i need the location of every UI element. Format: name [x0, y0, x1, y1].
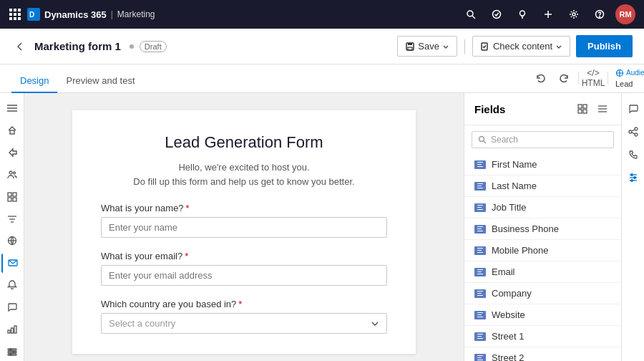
subtitle-line2: Do fill up this form and help us get to …	[101, 175, 387, 189]
svg-rect-47	[8, 349, 16, 350]
fields-panel: Fields First Name	[464, 93, 621, 361]
search-nav-icon[interactable]	[461, 4, 481, 24]
settings-icon[interactable]	[564, 4, 584, 24]
notification-sidebar-icon[interactable]	[1, 276, 23, 295]
field-list: First Name Last Name Job Title	[464, 154, 621, 361]
svg-rect-53	[578, 105, 582, 108]
svg-text:D: D	[29, 11, 34, 19]
canvas-title: Lead Generation Form	[101, 133, 387, 152]
chat-sidebar-icon[interactable]	[1, 297, 23, 317]
svg-point-51	[12, 351, 14, 352]
search-input[interactable]	[491, 135, 608, 145]
field-item[interactable]: Street 2	[464, 347, 621, 361]
config-sidebar-icon[interactable]	[1, 342, 23, 361]
form-title: Marketing form 1	[34, 40, 121, 52]
field-item[interactable]: Business Phone	[464, 218, 621, 240]
people-sidebar-icon[interactable]	[1, 165, 23, 184]
undo-button[interactable]	[531, 68, 551, 88]
field-item[interactable]: Website	[464, 304, 621, 326]
canvas-subtitle: Hello, we're excited to host you. Do fil…	[101, 160, 387, 188]
tabs-bar: Design Preview and test </> HTML Audienc…	[0, 64, 644, 93]
field-label: Job Title	[492, 202, 526, 213]
field-item[interactable]: Last Name	[464, 175, 621, 197]
field-label: Mobile Phone	[492, 245, 549, 256]
svg-rect-45	[11, 328, 13, 333]
field-label: Last Name	[492, 180, 537, 191]
filter-sidebar-icon[interactable]	[1, 209, 23, 228]
back-button[interactable]	[11, 38, 29, 55]
svg-point-13	[493, 11, 501, 19]
audience-button[interactable]: Audience Lead	[613, 69, 633, 88]
properties-icon[interactable]	[623, 168, 643, 188]
segment-sidebar-icon[interactable]	[1, 187, 23, 206]
field-item[interactable]: Job Title	[464, 197, 621, 218]
arrow-sidebar-icon[interactable]	[1, 143, 23, 163]
field-label: Email	[492, 266, 515, 277]
svg-rect-6	[9, 17, 12, 20]
home-sidebar-icon[interactable]	[1, 121, 23, 140]
far-right-panel	[621, 93, 644, 361]
field-label: Street 1	[492, 331, 525, 342]
svg-rect-0	[9, 9, 12, 11]
save-button[interactable]: Save	[397, 36, 457, 57]
redo-button[interactable]	[554, 68, 574, 88]
lead-label: Lead	[615, 80, 633, 88]
svg-rect-54	[583, 105, 587, 108]
field-item[interactable]: Street 1	[464, 326, 621, 347]
svg-rect-46	[14, 326, 16, 333]
help-icon[interactable]	[590, 4, 610, 24]
email-field-label: What is your email?*	[101, 251, 387, 261]
analytics-sidebar-icon[interactable]	[1, 319, 23, 339]
email-input[interactable]	[101, 265, 387, 286]
app-logo: D Dynamics 365 | Marketing	[27, 8, 155, 21]
tab-preview[interactable]: Preview and test	[57, 69, 143, 93]
email-sidebar-icon[interactable]	[1, 254, 23, 273]
hamburger-icon[interactable]	[1, 99, 23, 118]
svg-rect-30	[10, 130, 14, 134]
country-select[interactable]: Select a country	[101, 313, 387, 334]
svg-rect-37	[13, 198, 16, 201]
field-item[interactable]: First Name	[464, 154, 621, 175]
country-field-label: Which country are you based in?*	[101, 299, 387, 309]
add-icon[interactable]	[538, 4, 558, 24]
tasks-icon[interactable]	[487, 4, 507, 24]
svg-point-21	[600, 16, 600, 17]
save-label: Save	[418, 41, 439, 52]
field-item[interactable]: Email	[464, 261, 621, 283]
globe-sidebar-icon[interactable]	[1, 231, 23, 251]
toolbar-icons: </> HTML Audience Lead	[531, 68, 633, 92]
name-field-label: What is your name?*	[101, 203, 387, 213]
comment-icon[interactable]	[623, 99, 643, 119]
status-dot	[130, 44, 134, 49]
panel-list-btn[interactable]	[594, 100, 611, 117]
idea-icon[interactable]	[512, 4, 532, 24]
html-button[interactable]: </> HTML	[583, 68, 603, 88]
panel-grid-btn[interactable]	[574, 100, 591, 117]
user-avatar[interactable]: RM	[615, 4, 635, 24]
svg-point-11	[467, 11, 473, 16]
tab-design[interactable]: Design	[11, 69, 57, 93]
name-input[interactable]	[101, 217, 387, 238]
field-type-icon	[474, 246, 486, 255]
svg-point-64	[635, 133, 638, 136]
phone-icon[interactable]	[623, 145, 643, 165]
field-type-icon	[474, 182, 486, 191]
svg-rect-2	[18, 9, 21, 11]
field-label: First Name	[492, 159, 537, 170]
grid-icon[interactable]	[9, 8, 21, 21]
share-icon[interactable]	[623, 122, 643, 142]
svg-rect-48	[8, 351, 16, 352]
svg-rect-3	[9, 13, 12, 16]
form-canvas: Lead Generation Form Hello, we're excite…	[72, 110, 416, 354]
field-label: Company	[492, 288, 532, 299]
field-type-icon	[474, 160, 486, 169]
fields-title: Fields	[474, 103, 505, 115]
check-content-button[interactable]: Check content	[472, 36, 570, 57]
field-type-icon	[474, 332, 486, 341]
publish-button[interactable]: Publish	[576, 35, 633, 57]
field-item[interactable]: Mobile Phone	[464, 240, 621, 261]
field-item[interactable]: Company	[464, 283, 621, 304]
search-box[interactable]	[472, 131, 614, 148]
draft-badge: Draft	[140, 41, 167, 52]
svg-point-14	[520, 11, 525, 16]
